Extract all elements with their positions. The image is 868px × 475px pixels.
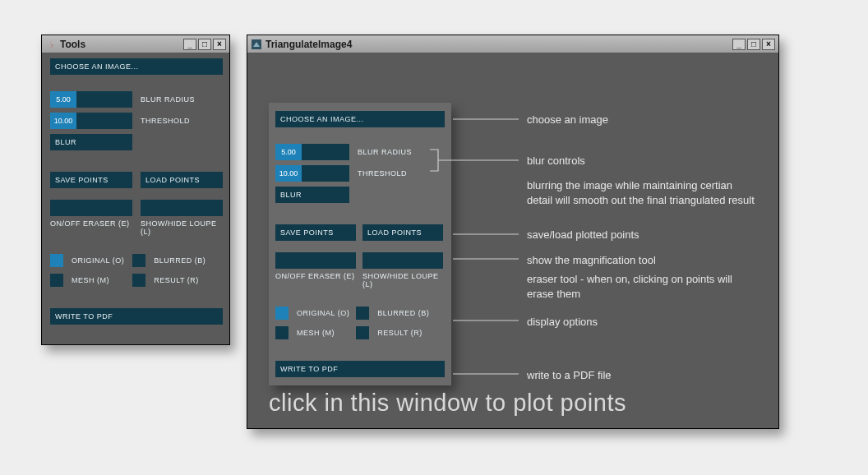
original-label: ORIGINAL (O) bbox=[297, 309, 349, 317]
threshold-label: THRESHOLD bbox=[141, 117, 190, 125]
blur-radius-field[interactable]: 5.00 bbox=[275, 144, 349, 160]
minimize-button[interactable]: _ bbox=[732, 39, 746, 50]
anno-eraser: eraser tool - when on, clicking on point… bbox=[527, 272, 757, 301]
main-caption: click in this window to plot points bbox=[269, 390, 626, 417]
close-button[interactable]: × bbox=[762, 39, 775, 50]
mesh-label: MESH (M) bbox=[297, 329, 335, 337]
choose-image-button[interactable]: CHOOSE AN IMAGE... bbox=[275, 111, 445, 127]
loupe-toggle-button[interactable] bbox=[141, 200, 223, 216]
loupe-caption: SHOW/HIDE LOUPE (L) bbox=[141, 219, 223, 236]
save-points-button[interactable]: SAVE POINTS bbox=[275, 224, 356, 241]
anno-blur-detail: blurring the image while maintaining cer… bbox=[527, 178, 757, 207]
main-window: TriangulateImage4 _ □ × CHOOSE AN IMAGE.… bbox=[247, 35, 779, 429]
maximize-button[interactable]: □ bbox=[747, 39, 760, 50]
write-pdf-button[interactable]: WRITE TO PDF bbox=[275, 361, 445, 377]
anno-choose-image: choose an image bbox=[527, 113, 608, 127]
mesh-checkbox[interactable] bbox=[275, 326, 289, 339]
blurred-checkbox[interactable] bbox=[132, 254, 145, 267]
load-points-button[interactable]: LOAD POINTS bbox=[141, 172, 223, 188]
blurred-checkbox[interactable] bbox=[356, 307, 369, 320]
loupe-caption: SHOW/HIDE LOUPE (L) bbox=[362, 272, 445, 288]
main-title: TriangulateImage4 bbox=[265, 39, 352, 50]
blur-radius-label: BLUR RADIUS bbox=[358, 148, 412, 156]
blurred-label: BLURRED (B) bbox=[377, 309, 429, 317]
eraser-caption: ON/OFF ERASER (E) bbox=[275, 272, 356, 280]
tools-window: Tools _ □ × CHOOSE AN IMAGE... 5.00 BLUR… bbox=[41, 35, 230, 345]
eraser-toggle-button[interactable] bbox=[50, 200, 132, 216]
java-icon bbox=[45, 39, 57, 50]
result-checkbox[interactable] bbox=[132, 274, 145, 287]
mesh-label: MESH (M) bbox=[72, 276, 109, 284]
blur-button[interactable]: BLUR bbox=[50, 134, 132, 150]
anno-save-load: save/load plotted points bbox=[527, 228, 639, 242]
result-label: RESULT (R) bbox=[377, 329, 422, 337]
blurred-label: BLURRED (B) bbox=[154, 256, 205, 265]
choose-image-button[interactable]: CHOOSE AN IMAGE... bbox=[50, 58, 223, 75]
main-titlebar[interactable]: TriangulateImage4 _ □ × bbox=[247, 35, 778, 53]
threshold-field[interactable]: 10.00 bbox=[275, 165, 349, 182]
mesh-checkbox[interactable] bbox=[50, 274, 63, 287]
blur-radius-label: BLUR RADIUS bbox=[141, 95, 195, 104]
write-pdf-button[interactable]: WRITE TO PDF bbox=[50, 308, 223, 325]
tools-titlebar[interactable]: Tools _ □ × bbox=[42, 35, 229, 53]
anno-display: display options bbox=[527, 315, 598, 330]
original-label: ORIGINAL (O) bbox=[72, 256, 124, 265]
loupe-toggle-button[interactable] bbox=[362, 252, 443, 269]
anno-blur-controls: blur controls bbox=[527, 154, 585, 168]
result-checkbox[interactable] bbox=[356, 326, 369, 339]
blur-button[interactable]: BLUR bbox=[275, 187, 349, 203]
anno-magnification: show the magnification tool bbox=[527, 253, 656, 268]
result-label: RESULT (R) bbox=[154, 276, 199, 284]
maximize-button[interactable]: □ bbox=[198, 39, 211, 50]
tools-title: Tools bbox=[60, 39, 85, 50]
load-points-button[interactable]: LOAD POINTS bbox=[362, 224, 443, 241]
annotated-tools-panel: CHOOSE AN IMAGE... 5.00 BLUR RADIUS 10.0… bbox=[269, 103, 451, 385]
close-button[interactable]: × bbox=[213, 39, 226, 50]
original-checkbox[interactable] bbox=[50, 254, 63, 267]
anno-write-pdf: write to a PDF file bbox=[527, 368, 612, 383]
threshold-field[interactable]: 10.00 bbox=[50, 113, 132, 129]
eraser-caption: ON/OFF ERASER (E) bbox=[50, 219, 132, 228]
minimize-button[interactable]: _ bbox=[183, 39, 196, 50]
threshold-label: THRESHOLD bbox=[358, 169, 407, 178]
app-icon bbox=[251, 39, 262, 50]
original-checkbox[interactable] bbox=[275, 307, 289, 320]
save-points-button[interactable]: SAVE POINTS bbox=[50, 172, 132, 188]
main-canvas[interactable]: CHOOSE AN IMAGE... 5.00 BLUR RADIUS 10.0… bbox=[247, 53, 778, 428]
eraser-toggle-button[interactable] bbox=[275, 252, 356, 269]
blur-radius-field[interactable]: 5.00 bbox=[50, 91, 132, 108]
